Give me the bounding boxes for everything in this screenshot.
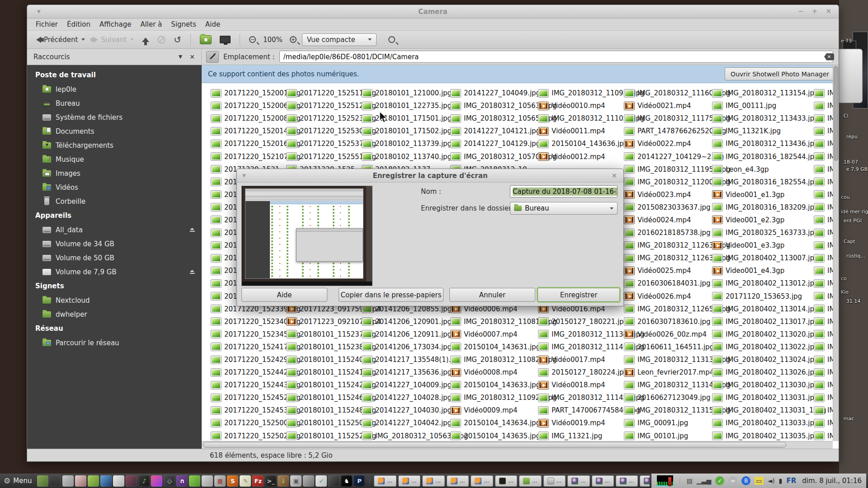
open-shotwell-button[interactable]: Ouvrir Shotwell Photo Manager bbox=[725, 67, 835, 80]
file-item[interactable]: IMG_20180325_163733.jpg bbox=[712, 226, 826, 239]
edit-location-toggle[interactable] bbox=[206, 51, 219, 63]
window-list-button-3[interactable]: ... bbox=[447, 475, 469, 487]
clock[interactable]: dim. 8 juil., 01:16 bbox=[800, 477, 862, 485]
window-list-button-6[interactable]: ... bbox=[519, 475, 541, 487]
file-item[interactable]: IMG_20180312_113436.jpg bbox=[712, 137, 826, 150]
file-item[interactable]: Video001_e2.3gp bbox=[712, 214, 826, 226]
window-list-button-2[interactable]: ... bbox=[422, 475, 444, 487]
launcher-screwdriver-tool[interactable] bbox=[202, 475, 213, 487]
file-item[interactable]: IMG_20180402_113012.jpg bbox=[712, 277, 826, 290]
sidebar-item-all-data[interactable]: All_data bbox=[27, 223, 201, 237]
launcher-sphere-app[interactable] bbox=[303, 475, 314, 487]
window-list-button-7[interactable]: ... bbox=[543, 475, 566, 487]
sidebar-close-icon[interactable]: ✕ bbox=[189, 53, 195, 61]
tray-volume-icon[interactable]: ◄) bbox=[768, 477, 775, 484]
zoom-out-button[interactable]: − bbox=[246, 34, 259, 45]
maximize-icon[interactable]: + bbox=[812, 8, 818, 15]
window-titlebar[interactable]: ▼ Camera − + ✕ bbox=[27, 5, 839, 19]
launcher-unity[interactable]: ◇ bbox=[164, 475, 175, 487]
sidebar-item-volume-de-34-gb[interactable]: Volume de 34 GB bbox=[27, 237, 201, 251]
tray-signal-bars-icon[interactable]: ▁▃▅ bbox=[697, 477, 711, 484]
file-item[interactable]: IMG_20180402_113017.jpg bbox=[712, 315, 826, 328]
tray-shield-updates-icon[interactable]: ✓ bbox=[715, 476, 724, 485]
tray-bluetooth-icon[interactable]: B bbox=[741, 476, 750, 485]
stop-button[interactable] bbox=[155, 34, 168, 46]
launcher-calculator[interactable]: ▦ bbox=[214, 475, 226, 487]
sidebar-item-images[interactable]: Images bbox=[27, 166, 201, 180]
system-monitor-applet[interactable] bbox=[657, 475, 673, 486]
launcher-notes[interactable]: ✎ bbox=[240, 475, 251, 487]
file-item[interactable]: Video001_e4.3gp bbox=[712, 264, 826, 277]
window-list-button-8[interactable]: ... bbox=[567, 475, 590, 487]
window-list-button-0[interactable]: ... bbox=[374, 475, 396, 487]
file-item[interactable]: IMG_11321K.jpg bbox=[712, 125, 826, 137]
reload-button[interactable]: ↺ bbox=[171, 33, 184, 46]
launcher-eye-viewer[interactable] bbox=[75, 475, 86, 487]
computer-button[interactable] bbox=[217, 34, 233, 45]
sidebar-item-documents[interactable]: Documents bbox=[27, 124, 201, 138]
launcher-show-desktop[interactable] bbox=[37, 475, 48, 487]
sidebar-item-vid-os[interactable]: Vidéos bbox=[27, 180, 201, 194]
horizontal-scrollbar-thumb[interactable] bbox=[203, 442, 786, 448]
back-button[interactable]: Précédent bbox=[33, 34, 88, 46]
location-input[interactable] bbox=[279, 51, 834, 63]
dialog-close-icon[interactable]: ✕ bbox=[611, 172, 617, 180]
sidebar-item-volume-de-50-gb[interactable]: Volume de 50 GB bbox=[27, 251, 201, 265]
tray-power-icon[interactable]: ▮ bbox=[779, 477, 783, 484]
minimize-icon[interactable]: − bbox=[798, 8, 804, 15]
zoom-in-button[interactable]: + bbox=[287, 34, 299, 45]
launcher-filezilla[interactable]: Fz bbox=[252, 475, 264, 487]
file-item[interactable]: Leon_e4.3gp bbox=[712, 163, 826, 176]
sidebar-item-syst-me-de-fichiers[interactable]: Système de fichiers bbox=[27, 110, 201, 124]
file-item[interactable]: IMG_20180402_113014.jpg bbox=[712, 303, 826, 315]
file-item[interactable]: IMG_20180402_113024.jpg bbox=[712, 353, 826, 366]
sidebar-item-musique[interactable]: Musique bbox=[27, 152, 201, 166]
file-item[interactable]: Video001_e3.3gp bbox=[712, 239, 826, 252]
sidebar-item-parcourir-le-r-seau[interactable]: Parcourir le réseau bbox=[27, 336, 201, 350]
launcher-time-tracker[interactable]: ✓ bbox=[316, 475, 327, 487]
file-item[interactable]: IMG_00111.jpg bbox=[712, 99, 826, 112]
file-item[interactable]: IMG_20180316_182554.jpg bbox=[712, 176, 826, 188]
dialog-titlebar[interactable]: ▼ Enregistrer la capture d'écran ✕ bbox=[237, 169, 623, 183]
window-list-button-5[interactable]: ... bbox=[495, 475, 517, 487]
launcher-messenger-face[interactable] bbox=[62, 475, 74, 487]
window-list-button-11[interactable]: ... bbox=[640, 475, 649, 487]
file-item[interactable]: IMG_20180402_113022.jpg bbox=[712, 341, 826, 353]
sidebar-item-corbeille[interactable]: Corbeille bbox=[27, 194, 201, 208]
menu-item-1[interactable]: Édition bbox=[62, 19, 95, 30]
view-mode-select[interactable]: Vue compacte bbox=[302, 33, 377, 46]
menu-item-5[interactable]: Aide bbox=[201, 19, 225, 30]
menu-item-3[interactable]: Aller à bbox=[136, 19, 166, 30]
file-item[interactable]: IMG_20180316_183209.jpg bbox=[712, 201, 826, 214]
file-item[interactable]: IMG_20180316_182544.jpg bbox=[712, 150, 826, 163]
up-button[interactable] bbox=[139, 36, 152, 44]
mint-menu-button[interactable]: ⚙ Menu bbox=[2, 476, 35, 485]
close-icon[interactable]: ✕ bbox=[826, 8, 831, 15]
file-item[interactable]: IMG_20180402_113020.jpg bbox=[712, 328, 826, 341]
back-history-caret-icon[interactable] bbox=[81, 38, 85, 41]
sidebar-item-bureau[interactable]: Bureau bbox=[27, 96, 201, 110]
tray-display-warning-icon[interactable]: ▭ bbox=[755, 477, 763, 485]
file-item[interactable]: 20171120_153653.jpg bbox=[712, 290, 826, 303]
launcher-video-editor[interactable] bbox=[126, 475, 137, 487]
file-item[interactable]: IMG_20180402_113031.jpg bbox=[712, 391, 826, 404]
window-list-button-4[interactable]: ... bbox=[471, 475, 493, 487]
vertical-scrollbar-thumb[interactable] bbox=[834, 66, 838, 161]
sidebar-item-dwhelper[interactable]: dwhelper bbox=[27, 307, 201, 321]
file-item[interactable]: IMG_20180402_113031_1.jpg bbox=[712, 404, 826, 417]
launcher-p-app[interactable]: P bbox=[354, 475, 365, 487]
launcher-photo-manager[interactable] bbox=[151, 475, 162, 487]
file-item[interactable]: IMG_20180402_113007.jpg bbox=[712, 252, 826, 264]
file-item[interactable]: IMG_20180402_113026.jpg bbox=[712, 366, 826, 379]
launcher-document-viewer[interactable] bbox=[113, 475, 124, 487]
launcher-package-installer[interactable]: ↓ bbox=[278, 475, 289, 487]
file-item[interactable]: IMG_20180312_113154.jpg bbox=[712, 87, 826, 99]
window-list-button-10[interactable]: ... bbox=[616, 475, 638, 487]
tray-computer-icon[interactable]: ▤ bbox=[687, 477, 693, 484]
sidebar-item-lep0le[interactable]: lep0le bbox=[27, 82, 201, 96]
home-button[interactable] bbox=[197, 33, 214, 46]
launcher-chess-horse[interactable]: ♞ bbox=[341, 475, 352, 487]
sidebar-mode-caret-icon[interactable]: ▼ bbox=[179, 54, 182, 60]
launcher-dark-orb[interactable] bbox=[328, 475, 340, 487]
file-item[interactable]: IMG_20180402_113033.jpg bbox=[712, 417, 826, 429]
